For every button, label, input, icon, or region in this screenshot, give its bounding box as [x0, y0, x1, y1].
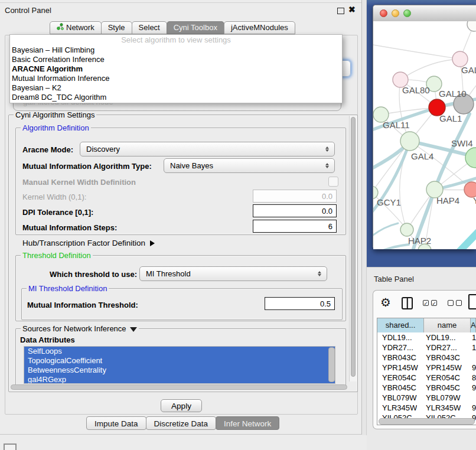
network-edge[interactable] [373, 244, 409, 249]
tab-jactivemnodules[interactable]: jActiveMNodules [224, 21, 295, 34]
traffic-light-minimize-icon[interactable] [392, 9, 399, 17]
algorithm-option-basic-correlation-inference[interactable]: Basic Correlation Inference [10, 55, 342, 64]
close-icon[interactable]: ✖ [348, 5, 356, 14]
tab-infer-network[interactable]: Infer Network [216, 416, 279, 430]
table-row[interactable]: YBR045CYBR045C9. [377, 383, 476, 393]
group-title: Threshold Definition [21, 251, 93, 260]
tab-impute-data[interactable]: Impute Data [86, 416, 146, 430]
table-row[interactable]: YER054CYER054C8. [377, 373, 476, 383]
network-edge[interactable] [373, 45, 460, 59]
attribute-item-betweennesscentrality[interactable]: BetweennessCentrality [24, 366, 335, 375]
network-canvas[interactable]: GALGAL80GAL10GAL1GAL11SWI4GAL4GCY1HAP4YH… [373, 21, 476, 249]
dpi-tolerance-input[interactable] [253, 204, 337, 217]
network-node[interactable] [400, 132, 419, 151]
unchecked-checkbox-icon [448, 300, 454, 306]
application-screen: Control Panel ✖ NetworkStyleSelectCyni T… [0, 0, 476, 450]
algorithm-option-mutual-information-inference[interactable]: Mutual Information Inference [10, 74, 342, 83]
table-row[interactable]: YPR145WYPR145W9. [377, 363, 476, 373]
cell: 9. [472, 383, 476, 393]
table-toolbar: ⚙ ✓ ✓ [373, 291, 476, 317]
node-table: shared...nameA YDL19...YDL19...13YDR27..… [377, 318, 476, 425]
manual-kernel-label: Manual Kernel Width Definition [22, 178, 136, 187]
table-row[interactable]: YDR27...YDR27...12 [377, 343, 476, 353]
table-row[interactable]: YLR345WYLR345W9. [377, 403, 476, 413]
manual-kernel-checkbox[interactable] [328, 177, 338, 187]
table-row[interactable]: YBL079WYBL079W [377, 393, 476, 403]
aracne-mode-label: Aracne Mode: [22, 145, 73, 154]
column-header-shared[interactable]: shared... [377, 318, 424, 332]
mi-threshold-input[interactable] [265, 297, 335, 310]
group-title: Cyni Algorithm Settings [14, 110, 96, 119]
tab-style[interactable]: Style [101, 21, 132, 34]
traffic-light-close-icon[interactable] [380, 9, 387, 17]
table-row[interactable]: YDL19...YDL19...13 [377, 332, 476, 343]
mi-steps-input[interactable] [253, 220, 337, 233]
algorithm-option-aracne-algorithm[interactable]: ARACNE Algorithm [10, 64, 342, 74]
network-edge[interactable] [373, 223, 398, 239]
network-window-titlebar[interactable] [373, 5, 476, 22]
cell: YBR045C [382, 383, 416, 393]
network-node[interactable] [400, 223, 413, 236]
gear-icon[interactable]: ⚙ [380, 295, 391, 309]
float-window-icon[interactable] [337, 8, 344, 14]
column-header-name[interactable]: name [424, 318, 471, 332]
tab-discretize-data[interactable]: Discretize Data [146, 416, 217, 430]
which-threshold-select[interactable]: MI Threshold [139, 266, 327, 281]
network-edge[interactable] [400, 59, 460, 80]
new-document-icon[interactable] [468, 294, 476, 309]
attribute-item-selfloops[interactable]: SelfLoops [24, 347, 335, 356]
checked-checkbox-icon: ✓ [423, 300, 429, 306]
divider [0, 2, 361, 3]
tab-network[interactable]: Network [50, 21, 102, 34]
cell: YER054C [426, 373, 460, 383]
network-edge[interactable] [454, 227, 476, 249]
attribute-item-gal4rgexp[interactable]: gal4RGexp [24, 375, 335, 384]
settings-vertical-scrollbar[interactable] [349, 116, 357, 381]
algorithm-option-bayesian-k2[interactable]: Bayesian – K2 [10, 83, 342, 93]
tab-cyni-toolbox[interactable]: Cyni Toolbox [167, 21, 224, 34]
cell: YBR043C [382, 353, 416, 363]
algorithm-option-bayesian-hill-climbing[interactable]: Bayesian – Hill Climbing [10, 45, 342, 55]
dpi-tolerance-label: DPI Tolerance [0,1]: [22, 208, 93, 217]
cell: YBL079W [382, 393, 417, 403]
split-view-icon[interactable] [402, 297, 413, 309]
algorithm-dropdown-list: Select algorithm to view settings Bayesi… [9, 34, 343, 103]
network-graph: GALGAL80GAL10GAL1GAL11SWI4GAL4GCY1HAP4YH… [373, 21, 476, 249]
deselect-all-columns-icon[interactable] [448, 300, 462, 306]
docked-panel-icon[interactable] [4, 444, 17, 450]
network-tab-icon [57, 21, 64, 34]
panel-divider[interactable] [362, 0, 367, 435]
tab-label: Select [139, 21, 160, 34]
attribute-list-scrollbar[interactable] [328, 347, 335, 382]
settings-horizontal-scrollbar[interactable] [10, 384, 348, 391]
table-panel-title: Table Panel [374, 275, 414, 283]
table-row[interactable]: YBR043CYBR043C [377, 353, 476, 363]
table-panel-window: ⚙ ✓ ✓ shared...nameA YDL19...YDL19...13Y… [373, 290, 476, 429]
mi-type-select[interactable]: Naive Bayes [164, 158, 335, 173]
cell: 9. [472, 363, 476, 373]
network-node[interactable] [465, 148, 476, 168]
tab-label: Style [108, 21, 125, 34]
cell: YDR27... [426, 343, 457, 353]
column-header-a[interactable]: A [471, 318, 476, 332]
network-node[interactable] [467, 21, 476, 31]
sources-group-title[interactable]: Sources for Network Inference [21, 324, 139, 333]
tab-select[interactable]: Select [132, 21, 167, 34]
cell: 12 [472, 343, 476, 353]
algorithm-option-dream8-dc-tdc-algorithm[interactable]: Dream8 DC_TDC Algorithm [10, 93, 342, 102]
node-label: HAP2 [408, 236, 431, 246]
table-horizontal-scrollbar[interactable] [379, 418, 475, 424]
traffic-light-zoom-icon[interactable] [403, 9, 411, 17]
unchecked-checkbox-icon [456, 300, 462, 306]
node-label: SWI4 [451, 138, 473, 148]
node-label: GAL1 [439, 113, 462, 123]
cell: 13 [472, 332, 476, 343]
hub-definition-toggle[interactable]: Hub/Transcription Factor Definition [22, 239, 155, 247]
aracne-mode-select[interactable]: Discovery [80, 142, 335, 156]
apply-button[interactable]: Apply [161, 399, 202, 412]
attribute-item-topologicalcoefficient[interactable]: TopologicalCoefficient [24, 356, 335, 366]
select-all-columns-icon[interactable]: ✓ ✓ [423, 300, 437, 306]
cell: YBR043C [426, 353, 460, 363]
kernel-width-input[interactable] [253, 190, 337, 203]
cell: YBL079W [426, 393, 461, 403]
